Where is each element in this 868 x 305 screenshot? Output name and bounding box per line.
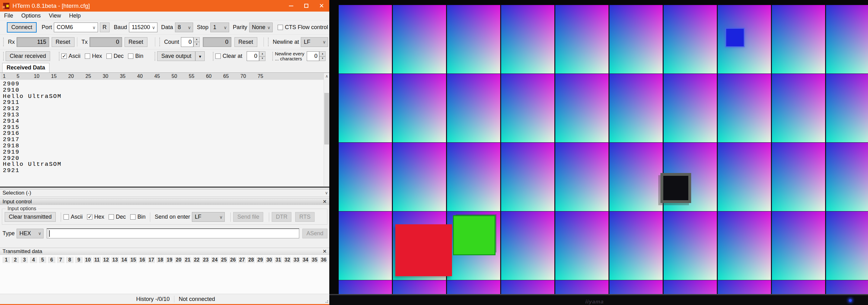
port-select[interactable]: COM6∨ — [54, 23, 98, 32]
ruler-mark: 34 — [302, 257, 309, 263]
rescan-ports-button[interactable]: R — [100, 23, 110, 32]
ruler-mark: 2 — [11, 257, 19, 263]
checkbox-icon — [130, 214, 135, 219]
menu-item-file[interactable]: File — [0, 12, 17, 20]
ruler-mark: 10 — [84, 257, 92, 263]
transmitted-data-body[interactable]: 1234567891011121314151617181920212223242… — [0, 255, 329, 296]
pattern-tile — [610, 280, 663, 294]
pane-splitter[interactable] — [0, 187, 329, 189]
scrollbar-thumb[interactable] — [324, 93, 329, 144]
checkbox-hex[interactable]: Hex — [85, 53, 102, 60]
close-panel-icon[interactable]: ✕ — [323, 248, 327, 254]
checkbox-dec[interactable]: Dec — [106, 53, 124, 60]
menu-item-options[interactable]: Options — [17, 12, 45, 20]
checkbox-bin[interactable]: Bin — [130, 214, 146, 220]
checkbox-label: Ascii — [68, 53, 81, 60]
checkbox-hex[interactable]: Hex — [87, 214, 104, 220]
pattern-tile — [718, 211, 771, 280]
green-square — [453, 215, 496, 255]
received-scrollbar[interactable]: ∧ — [324, 73, 329, 187]
close-button[interactable]: ✕ — [314, 0, 329, 11]
cts-flow-control-checkbox[interactable]: CTS Flow control — [278, 24, 328, 31]
save-output-dropdown[interactable]: ▼ — [195, 51, 205, 61]
spin-up-icon[interactable]: ▲ — [259, 51, 266, 56]
ruler-mark: 45 — [154, 73, 160, 79]
clear-transmitted-button[interactable]: Clear transmitted — [5, 212, 56, 222]
checkbox-ascii[interactable]: Ascii — [64, 214, 83, 220]
dtr-button[interactable]: DTR — [272, 212, 291, 222]
data-bits-select[interactable]: 8∨ — [175, 23, 193, 32]
history-status: History -/0/10 — [136, 296, 169, 303]
ruler-mark: 30 — [266, 257, 273, 263]
checkbox-dec[interactable]: Dec — [108, 214, 126, 220]
scroll-down-icon[interactable]: ∨ — [324, 191, 329, 195]
toolbar-grip[interactable] — [3, 52, 4, 61]
ruler-mark: 35 — [120, 73, 126, 79]
send-file-button[interactable]: Send file — [233, 212, 263, 222]
toolbar-grip[interactable] — [59, 52, 60, 61]
received-terminal-output[interactable]: 29092910Hello UltraSOM291129122913291429… — [3, 81, 323, 186]
pattern-tile — [663, 280, 717, 294]
close-panel-icon[interactable]: ✕ — [323, 199, 327, 205]
clear-at-checkbox[interactable]: Clear at — [215, 53, 242, 60]
input-control-panel: Input control ✕ Input options Clear tran… — [0, 198, 329, 241]
clear-at-spinner[interactable]: 0 ▲▼ — [247, 51, 266, 61]
connect-button[interactable]: Connect — [7, 22, 37, 33]
stop-bits-select[interactable]: 1∨ — [210, 23, 229, 32]
transmitted-ruler: 1234567891011121314151617181920212223242… — [2, 257, 328, 263]
spin-down-icon[interactable]: ▼ — [193, 42, 200, 47]
terminal-line: 2919 — [3, 149, 323, 156]
port-label: Port — [42, 24, 52, 31]
menu-item-view[interactable]: View — [45, 12, 65, 20]
terminal-line: Hello UltraSOM — [3, 94, 323, 100]
rts-button[interactable]: RTS — [295, 212, 315, 222]
rx-reset-button[interactable]: Reset — [52, 37, 74, 47]
asend-button[interactable]: ASend — [302, 229, 328, 238]
minimize-button[interactable] — [283, 0, 299, 11]
count-reset-button[interactable]: Reset — [235, 37, 257, 47]
monitor-brand-logo: iiyama — [585, 299, 604, 305]
toolbar-grip[interactable] — [272, 52, 273, 61]
toolbar-grip[interactable] — [159, 38, 160, 46]
newline-at-select[interactable]: LF∨ — [301, 37, 328, 47]
hex-input-field[interactable] — [46, 228, 299, 238]
tx-reset-button[interactable]: Reset — [125, 37, 148, 47]
baud-select[interactable]: 115200∨ — [129, 23, 157, 32]
checkbox-icon — [128, 54, 133, 59]
ruler-mark: 9 — [75, 257, 83, 263]
spin-up-icon[interactable]: ▲ — [319, 51, 326, 56]
checkbox-bin[interactable]: Bin — [128, 53, 143, 60]
menu-item-help[interactable]: Help — [65, 12, 85, 20]
minimize-icon — [289, 6, 293, 6]
spin-down-icon[interactable]: ▼ — [319, 56, 326, 61]
ruler-mark: 75 — [258, 73, 263, 79]
pattern-tile — [663, 211, 717, 280]
toolbar-grip[interactable] — [213, 52, 214, 61]
pattern-tile — [610, 5, 663, 73]
spin-up-icon[interactable]: ▲ — [193, 37, 200, 42]
pattern-tile — [501, 74, 554, 142]
pattern-tile — [826, 211, 868, 280]
count-spinner[interactable]: 0 ▲▼ — [181, 37, 200, 47]
pattern-tile — [555, 280, 609, 294]
spin-down-icon[interactable]: ▼ — [259, 56, 266, 61]
parity-select[interactable]: None∨ — [249, 23, 273, 32]
newline-every-spinner[interactable]: 0 ▲▼ — [307, 51, 326, 61]
ruler-mark: 14 — [121, 257, 128, 263]
resize-grip[interactable] — [324, 299, 328, 303]
send-on-enter-select[interactable]: LF∨ — [192, 212, 225, 222]
toolbar-grip[interactable] — [3, 38, 4, 46]
type-select[interactable]: HEX∨ — [17, 229, 43, 238]
input-options-label: Input options — [6, 206, 38, 211]
checkbox-label: Dec — [114, 53, 124, 60]
toolbar-grip[interactable] — [155, 52, 155, 61]
clear-received-button[interactable]: Clear received — [6, 51, 50, 61]
tab-received-data[interactable]: Received Data — [2, 63, 50, 73]
toolbar-grip[interactable] — [268, 38, 269, 46]
checkbox-icon — [108, 214, 114, 219]
maximize-button[interactable] — [299, 0, 314, 11]
ruler-mark: 28 — [247, 257, 255, 263]
checkbox-ascii[interactable]: Ascii — [61, 53, 81, 60]
save-output-button[interactable]: Save output — [157, 51, 195, 61]
scroll-up-icon[interactable]: ∧ — [324, 73, 329, 79]
